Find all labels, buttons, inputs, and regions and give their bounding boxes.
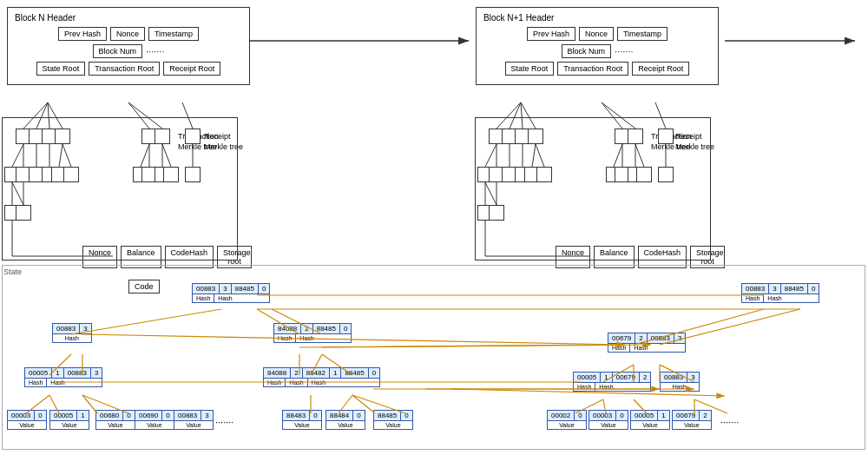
block-n-block-num: Block Num (93, 44, 143, 58)
diagram-container: Block N Header Prev Hash Nonce Timestamp… (0, 0, 868, 455)
state-label: State (3, 267, 22, 276)
block-n1-state-root: State Root (505, 62, 555, 76)
block-n-state-root: State Root (36, 62, 86, 76)
block-n1-title: Block N+1 Header (483, 13, 711, 23)
block-n1-dots: ······· (615, 46, 633, 56)
state-region-n1 (475, 117, 711, 260)
block-n1-tx-root: Transaction Root (557, 62, 628, 76)
block-n-receipt-root: Receipt Root (163, 62, 220, 76)
block-n1-block-num: Block Num (562, 44, 612, 58)
block-n1-timestamp: Timestamp (617, 27, 667, 41)
block-n1-header: Block N+1 Header Prev Hash Nonce Timesta… (476, 7, 719, 85)
block-n-tx-root: Transaction Root (89, 62, 160, 76)
block-n1-nonce: Nonce (579, 27, 614, 41)
block-n1-prev-hash: Prev Hash (527, 27, 575, 41)
block-n1-receipt-root: Receipt Root (632, 62, 689, 76)
block-n-header: Block N Header Prev Hash Nonce Timestamp… (7, 7, 250, 85)
block-n-title: Block N Header (15, 13, 242, 23)
block-n-nonce: Nonce (110, 27, 145, 41)
state-region-n (2, 117, 238, 260)
block-n-prev-hash: Prev Hash (58, 27, 107, 41)
block-n-timestamp: Timestamp (148, 27, 199, 41)
data-area-border (2, 265, 865, 450)
block-n-dots: ······· (146, 46, 164, 56)
